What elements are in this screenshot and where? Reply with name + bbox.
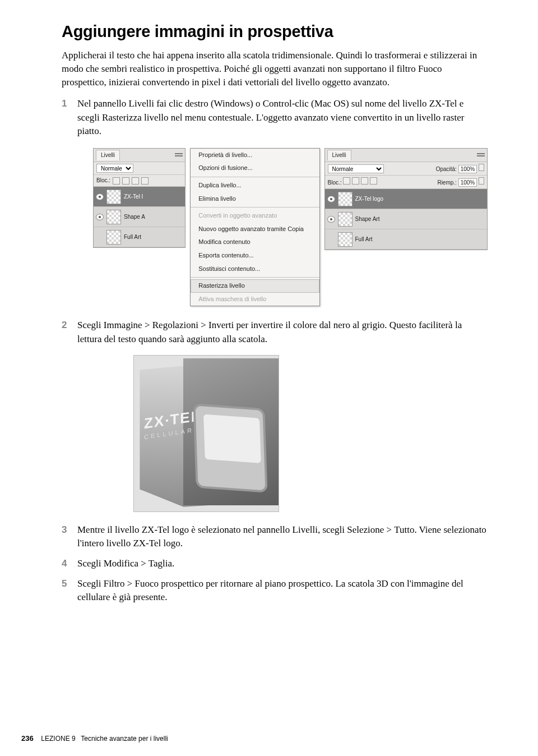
menu-item[interactable]: Proprietà di livello... <box>191 149 319 162</box>
panel-menu-icon[interactable] <box>175 152 183 158</box>
panel-tab[interactable]: Livelli <box>96 150 120 160</box>
chevron-right-icon[interactable] <box>479 177 484 185</box>
lock-label: Bloc.: <box>328 179 342 186</box>
step-4: 4 Scegli Modifica > Taglia. <box>62 557 488 570</box>
step-text: Nel pannello Livelli fai clic destro (Wi… <box>77 98 464 136</box>
step-5: 5 Scegli Filtro > Fuoco prospettico per … <box>62 577 488 604</box>
layer-row[interactable]: Full Art <box>325 229 488 250</box>
layer-name: Full Art <box>124 233 183 241</box>
step-text: Scegli Filtro > Fuoco prospettico per ri… <box>77 578 463 602</box>
step-1: 1 Nel pannello Livelli fai clic destro (… <box>62 97 488 306</box>
step-2: 2 Scegli Immagine > Regolazioni > Invert… <box>62 319 488 511</box>
layer-name: ZX-Tel logo <box>355 195 485 203</box>
menu-item[interactable]: Nuovo oggetto avanzato tramite Copia <box>191 223 319 236</box>
lock-transparent-icon[interactable] <box>113 177 120 185</box>
visibility-eye-icon[interactable] <box>327 216 335 223</box>
fill-field[interactable]: 100% <box>458 178 477 187</box>
menu-item-rasterize[interactable]: Rasterizza livello <box>191 279 319 293</box>
page-heading: Aggiungere immagini in prospettiva <box>62 22 488 41</box>
layers-panel-left: Livelli Normale Bloc.: <box>93 148 185 248</box>
opacity-field[interactable]: 100% <box>458 165 477 173</box>
visibility-eye-icon[interactable] <box>327 196 335 202</box>
lesson-label: LEZIONE 9 <box>41 735 75 743</box>
step-number: 5 <box>62 577 67 591</box>
panel-menu-icon[interactable] <box>477 152 485 158</box>
panel-tab[interactable]: Livelli <box>327 150 351 160</box>
layer-thumbnail[interactable] <box>338 212 353 227</box>
lesson-title: Tecniche avanzate per i livelli <box>81 735 168 743</box>
lock-label: Bloc.: <box>96 177 110 185</box>
menu-item[interactable]: Opzioni di fusione... <box>191 162 319 175</box>
menu-item[interactable]: Elimina livello <box>191 192 319 206</box>
layer-thumbnail[interactable] <box>106 210 121 224</box>
layer-row[interactable]: ZX-Tel logo <box>325 189 488 209</box>
page-footer: 236 LEZIONE 9 Tecniche avanzate per i li… <box>21 734 168 743</box>
layer-thumbnail[interactable] <box>338 232 353 247</box>
layer-row[interactable]: Full Art <box>94 227 185 247</box>
step-number: 3 <box>62 523 67 537</box>
step-number: 1 <box>62 97 67 110</box>
figure-row-1: Livelli Normale Bloc.: <box>93 148 488 307</box>
menu-item[interactable]: Esporta contenuto... <box>191 249 319 262</box>
lock-brush-icon[interactable] <box>352 177 359 185</box>
fill-label: Riemp.: <box>437 179 456 186</box>
menu-item[interactable]: Sostituisci contenuto... <box>191 262 319 276</box>
layer-name: Shape A <box>124 213 183 221</box>
lock-transparent-icon[interactable] <box>343 177 350 185</box>
layers-panel-right: Livelli Normale Opacità: 100% Bloc.: <box>324 148 488 251</box>
context-menu: Proprietà di livello... Opzioni di fusio… <box>190 148 319 307</box>
layer-thumbnail[interactable] <box>106 190 121 204</box>
layer-name: ZX-Tel l <box>124 193 183 201</box>
step-number: 4 <box>62 557 67 570</box>
step-list: 1 Nel pannello Livelli fai clic destro (… <box>62 97 488 604</box>
step-number: 2 <box>62 319 67 332</box>
menu-item[interactable]: Attiva maschera di livello <box>191 293 319 306</box>
intro-paragraph: Applicherai il testo che hai appena inse… <box>62 49 488 89</box>
layer-name: Shape Art <box>355 215 485 223</box>
step-3: 3 Mentre il livello ZX-Tel logo è selezi… <box>62 523 488 550</box>
visibility-eye-icon[interactable] <box>96 193 104 200</box>
step-text: Scegli Modifica > Taglia. <box>77 558 174 569</box>
phone-graphic <box>193 403 267 492</box>
blend-mode-select[interactable]: Normale <box>96 164 133 173</box>
lock-all-icon[interactable] <box>370 177 377 185</box>
lock-brush-icon[interactable] <box>122 177 129 185</box>
chevron-right-icon[interactable] <box>479 164 484 171</box>
product-box-image: ZX·TEL CELLULAR <box>133 355 279 512</box>
layer-name: Full Art <box>355 236 485 243</box>
lock-move-icon[interactable] <box>361 177 368 185</box>
page-number: 236 <box>21 734 34 743</box>
menu-item[interactable]: Converti in oggetto avanzato <box>191 209 319 223</box>
opacity-label: Opacità: <box>436 166 457 172</box>
menu-item[interactable]: Modifica contenuto <box>191 236 319 249</box>
menu-separator <box>191 277 319 278</box>
step-text: Mentre il livello ZX-Tel logo è selezion… <box>77 524 486 548</box>
layer-thumbnail[interactable] <box>338 192 353 206</box>
lock-all-icon[interactable] <box>141 177 149 185</box>
blend-mode-select[interactable]: Normale <box>328 164 384 173</box>
menu-item[interactable]: Duplica livello... <box>191 179 319 192</box>
lock-move-icon[interactable] <box>132 177 139 185</box>
menu-separator <box>191 177 319 177</box>
layer-thumbnail[interactable] <box>106 230 121 245</box>
menu-separator <box>191 207 319 208</box>
step-text: Scegli Immagine > Regolazioni > Inverti … <box>77 320 462 344</box>
layer-row[interactable]: Shape Art <box>325 209 488 229</box>
layer-row[interactable]: ZX-Tel l <box>94 187 185 207</box>
layer-row[interactable]: Shape A <box>94 207 185 227</box>
visibility-eye-icon[interactable] <box>96 214 104 220</box>
